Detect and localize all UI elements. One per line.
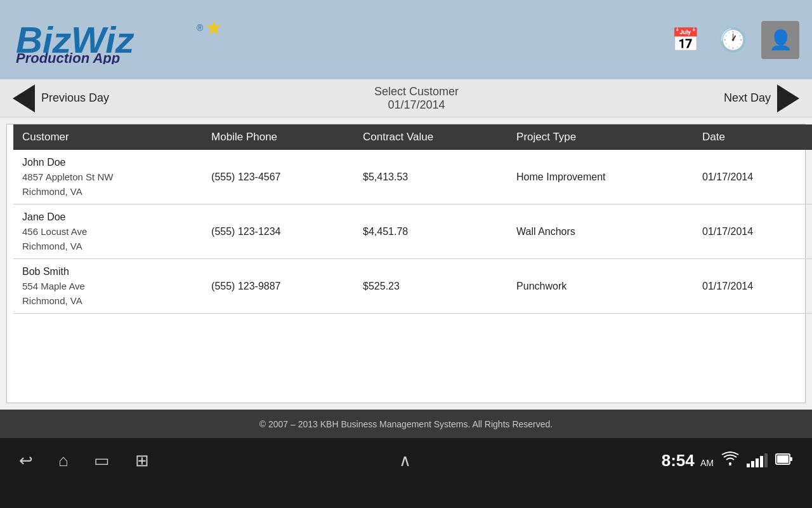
svg-rect-7	[790, 457, 792, 461]
back-icon[interactable]: ↩	[19, 451, 33, 471]
svg-text:Production App: Production App	[16, 50, 120, 64]
phone-cell: (555) 123-9887	[202, 259, 354, 314]
am-pm-value: AM	[700, 458, 714, 468]
customer-cell: Jane Doe 456 Locust Ave Richmond, VA	[13, 204, 202, 259]
date-cell: 01/17/2014	[693, 259, 812, 314]
battery-icon	[775, 452, 793, 469]
calendar-icon[interactable]: 📅	[666, 21, 704, 59]
customer-address2: Richmond, VA	[22, 185, 193, 199]
table-row[interactable]: John Doe 4857 Appleton St NW Richmond, V…	[13, 150, 812, 204]
col-mobile-phone: Mobile Phone	[202, 124, 354, 150]
customer-address2: Richmond, VA	[22, 294, 193, 309]
signal-bars-icon	[747, 453, 768, 467]
next-day-button[interactable]: Next Day	[724, 84, 799, 112]
date-cell: 01/17/2014	[693, 204, 812, 259]
left-arrow-icon	[13, 84, 35, 112]
svg-point-4	[729, 462, 731, 465]
bottom-navigation: ↩ ⌂ ▭ ⊞ ∧ 8:54 AM	[0, 438, 812, 483]
col-project-type: Project Type	[508, 124, 693, 150]
wifi-icon	[721, 451, 739, 469]
col-date: Date	[693, 124, 812, 150]
clock-time: 8:54 AM	[662, 451, 714, 471]
prev-day-button[interactable]: Previous Day	[13, 84, 109, 112]
grid-icon[interactable]: ⊞	[135, 451, 149, 471]
customer-name: John Doe	[22, 155, 193, 170]
content-area: Customer Mobile Phone Contract Value Pro…	[0, 117, 812, 410]
customer-address2: Richmond, VA	[22, 239, 193, 254]
footer: © 2007 – 2013 KBH Business Management Sy…	[0, 410, 812, 438]
customer-address1: 4857 Appleton St NW	[22, 170, 193, 185]
navigation-bar: Previous Day Select Customer 01/17/2014 …	[0, 79, 812, 117]
customer-table: Customer Mobile Phone Contract Value Pro…	[13, 124, 812, 314]
customer-cell: Bob Smith 554 Maple Ave Richmond, VA	[13, 259, 202, 314]
customer-name: Jane Doe	[22, 210, 193, 225]
date-cell: 01/17/2014	[693, 150, 812, 204]
prev-day-label: Previous Day	[41, 91, 109, 105]
project-type-cell: Home Improvement	[508, 150, 693, 204]
nav-date: 01/17/2014	[374, 98, 459, 112]
header-icons: 📅 🕐 👤	[666, 21, 799, 59]
table-body: John Doe 4857 Appleton St NW Richmond, V…	[13, 150, 812, 314]
copyright-text: © 2007 – 2013 KBH Business Management Sy…	[259, 419, 553, 429]
customer-table-wrapper: Customer Mobile Phone Contract Value Pro…	[6, 124, 806, 403]
phone-cell: (555) 123-4567	[202, 150, 354, 204]
customer-name: Bob Smith	[22, 264, 193, 279]
logo-area: BizWiz ® Production App	[13, 13, 228, 67]
phone-cell: (555) 123-1234	[202, 204, 354, 259]
bottom-nav-left: ↩ ⌂ ▭ ⊞	[19, 451, 149, 471]
clock-icon[interactable]: 🕐	[714, 21, 752, 59]
table-header: Customer Mobile Phone Contract Value Pro…	[13, 124, 812, 150]
home-icon[interactable]: ⌂	[58, 451, 69, 471]
contract-value-cell: $525.23	[354, 259, 508, 314]
project-type-cell: Wall Anchors	[508, 204, 693, 259]
time-value: 8:54	[662, 451, 695, 470]
project-type-cell: Punchwork	[508, 259, 693, 314]
svg-rect-6	[777, 455, 789, 463]
nav-center: Select Customer 01/17/2014	[374, 85, 459, 112]
customer-address1: 554 Maple Ave	[22, 279, 193, 294]
contract-value-cell: $5,413.53	[354, 150, 508, 204]
logo-svg: BizWiz ® Production App	[13, 13, 228, 64]
svg-text:®: ®	[197, 23, 204, 33]
status-indicators: 8:54 AM	[662, 451, 793, 471]
col-contract-value: Contract Value	[354, 124, 508, 150]
table-row[interactable]: Jane Doe 456 Locust Ave Richmond, VA (55…	[13, 204, 812, 259]
next-day-label: Next Day	[724, 91, 771, 105]
table-row[interactable]: Bob Smith 554 Maple Ave Richmond, VA (55…	[13, 259, 812, 314]
select-customer-title: Select Customer	[374, 85, 459, 98]
contract-value-cell: $4,451.78	[354, 204, 508, 259]
user-avatar[interactable]: 👤	[761, 21, 799, 59]
recents-icon[interactable]: ▭	[94, 451, 110, 471]
svg-marker-1	[206, 20, 221, 36]
right-arrow-icon	[777, 84, 799, 112]
app-header: BizWiz ® Production App 📅 🕐 👤	[0, 0, 812, 79]
col-customer: Customer	[13, 124, 202, 150]
up-caret-icon[interactable]: ∧	[399, 451, 411, 471]
customer-address1: 456 Locust Ave	[22, 225, 193, 239]
customer-cell: John Doe 4857 Appleton St NW Richmond, V…	[13, 150, 202, 204]
